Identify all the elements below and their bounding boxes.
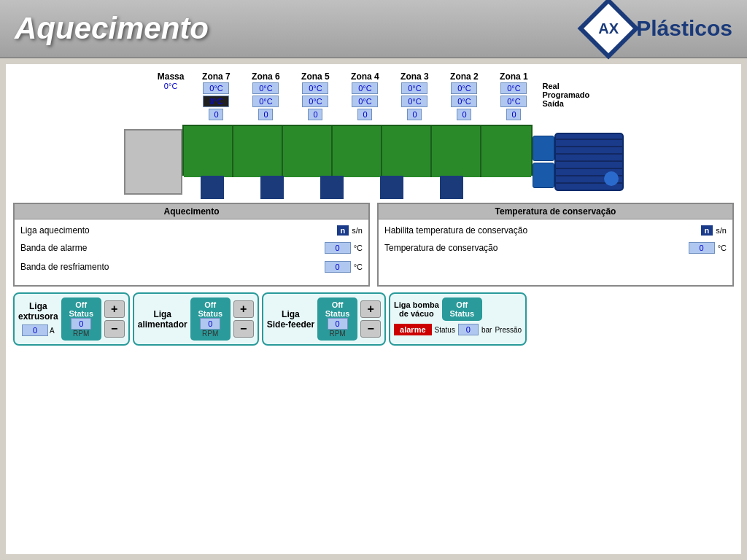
zone-2-prog[interactable]: 0°C — [451, 96, 477, 107]
barrel-s2 — [432, 126, 481, 177]
zone-5-col: Zona 5 0°C 0°C 0 — [290, 71, 340, 121]
zone-4-real[interactable]: 0°C — [352, 82, 378, 94]
zone-1-prog[interactable]: 0°C — [500, 96, 527, 107]
barrel — [182, 125, 533, 176]
sidefeeder-off-status: Off Status 0 RPM — [317, 298, 357, 341]
heater-conn-5 — [440, 176, 463, 199]
alimentador-label: Ligaalimentador — [138, 309, 187, 330]
banda-alarme-value[interactable]: 0 — [325, 242, 351, 254]
zone-3-col: Zona 3 0°C 0°C 0 — [390, 71, 439, 121]
zone-6-real[interactable]: 0°C — [252, 82, 279, 94]
motor-conn-top — [533, 136, 554, 161]
banda-resf-row: Banda de resfriamento 0 °C — [20, 260, 363, 273]
sidefeeder-rpm-value[interactable]: 0 — [328, 318, 348, 330]
massa-column: Massa 0°C — [158, 71, 185, 90]
zone-4-col: Zona 4 0°C 0°C 0 — [340, 71, 390, 121]
extrusora-off: Off — [75, 300, 87, 309]
liga-label: Liga aquecimento — [20, 225, 90, 236]
logo-area: AX Plásticos — [587, 7, 732, 50]
zone-5-real[interactable]: 0°C — [302, 82, 328, 94]
vacuo-label-area: Liga bombade vácuo — [394, 300, 439, 318]
barrel-s3 — [382, 126, 432, 177]
programado-label: Programado — [542, 90, 589, 99]
extrusora-amp-value[interactable]: 0 — [22, 324, 48, 336]
zone-4-prog[interactable]: 0°C — [352, 96, 378, 107]
zone-4-label: Zona 4 — [351, 71, 379, 82]
heater-conn-1 — [201, 176, 224, 199]
legend-labels: Real Programado Saída — [542, 71, 589, 108]
temp-cons-label: Temperatura de conservação — [384, 243, 498, 253]
sidefeeder-label-area: LigaSide-feeder — [267, 309, 314, 330]
extrusora-plusminus: + − — [104, 300, 125, 338]
alimentador-label-area: Ligaalimentador — [138, 309, 187, 330]
zone-3-saida[interactable]: 0 — [407, 109, 422, 120]
alimentador-plus-button[interactable]: + — [233, 300, 254, 318]
banda-alarme-unit: °C — [354, 244, 363, 252]
real-label: Real — [542, 82, 559, 90]
vacuo-off: Off — [456, 300, 468, 309]
barrel-s7 — [184, 126, 233, 177]
banda-alarme-label: Banda de alarme — [20, 243, 87, 253]
sidefeeder-rpm-label: RPM — [329, 330, 345, 338]
extrusora-minus-button[interactable]: − — [104, 320, 125, 338]
zone-3-real[interactable]: 0°C — [401, 82, 427, 94]
logo-letters: AX — [587, 7, 630, 50]
zone-5-saida[interactable]: 0 — [308, 109, 322, 120]
zone-7-real[interactable]: 0°C — [203, 82, 229, 94]
zone-7-prog[interactable]: 0°C — [203, 96, 229, 107]
habilita-label: Habilita temperatura de conservação — [384, 225, 527, 236]
sidefeeder-minus-button[interactable]: − — [360, 320, 381, 338]
sidefeeder-off: Off — [332, 300, 344, 309]
sidefeeder-group: LigaSide-feeder Off Status 0 RPM + − — [262, 292, 386, 346]
sidefeeder-plus-button[interactable]: + — [360, 300, 381, 318]
massa-label: Massa — [158, 71, 185, 82]
habilita-unit: s/n — [716, 226, 727, 235]
zone-6-prog[interactable]: 0°C — [252, 96, 279, 107]
heater-conn-4 — [380, 176, 403, 199]
barrel-assembly — [182, 125, 533, 199]
vacuum-bottom: alarme Status 0 bar Pressão — [394, 324, 522, 335]
extrusora-amp-unit: A — [50, 327, 55, 335]
extrusora-group: Ligaextrusora 0 A Off Status 0 RPM + − — [13, 292, 130, 346]
zone-6-col: Zona 6 0°C 0°C 0 — [241, 71, 290, 121]
heater-conn-3 — [320, 176, 344, 199]
extrusora-plus-button[interactable]: + — [104, 300, 125, 318]
extrusora-status: Status — [69, 309, 93, 318]
motor-body — [554, 133, 624, 191]
alimentador-rpm-value[interactable]: 0 — [200, 318, 220, 330]
panel-aquecimento-header: Aquecimento — [15, 204, 368, 219]
massa-value: 0°C — [164, 82, 177, 90]
temp-cons-value[interactable]: 0 — [689, 242, 715, 254]
bar-value[interactable]: 0 — [458, 324, 479, 335]
zone-4-saida[interactable]: 0 — [357, 109, 372, 120]
alarm-status-label: Status — [435, 326, 455, 334]
zone-6-saida[interactable]: 0 — [258, 109, 273, 120]
zone-5-prog[interactable]: 0°C — [302, 96, 328, 107]
liga-n-badge[interactable]: n — [337, 225, 349, 236]
pressao-label: Pressão — [495, 326, 522, 334]
vacuo-status: Status — [450, 309, 475, 318]
habilita-n-badge[interactable]: n — [701, 225, 713, 236]
banda-resf-value[interactable]: 0 — [325, 261, 351, 273]
extruder-wrapper — [124, 125, 624, 199]
barrel-s5 — [283, 126, 333, 177]
zone-2-real[interactable]: 0°C — [451, 82, 477, 94]
header: Aquecimento AX Plásticos — [0, 0, 747, 58]
banda-resf-label: Banda de resfriamento — [20, 262, 109, 272]
zone-7-saida[interactable]: 0 — [209, 109, 223, 120]
panel-aquecimento: Aquecimento Liga aquecimento n s/n Banda… — [13, 203, 370, 287]
zone-3-prog[interactable]: 0°C — [401, 96, 427, 107]
zone-2-saida[interactable]: 0 — [457, 109, 471, 120]
extrusora-off-status: Off Status 0 RPM — [61, 298, 101, 341]
extrusora-rpm-value[interactable]: 0 — [71, 318, 91, 330]
habilita-value-area: n s/n — [701, 225, 727, 236]
vacuum-top: Liga bombade vácuo Off Status — [394, 298, 522, 321]
alimentador-minus-button[interactable]: − — [233, 320, 254, 338]
zone-7-col: Zona 7 0°C 0°C 0 — [191, 71, 241, 121]
temp-cons-unit: °C — [718, 244, 727, 252]
zone-1-real[interactable]: 0°C — [500, 82, 527, 94]
alarm-button[interactable]: alarme — [394, 324, 431, 335]
extrusora-label-area: Ligaextrusora 0 A — [18, 301, 58, 337]
temp-cons-value-area: 0 °C — [689, 241, 727, 254]
zone-1-saida[interactable]: 0 — [506, 109, 521, 120]
